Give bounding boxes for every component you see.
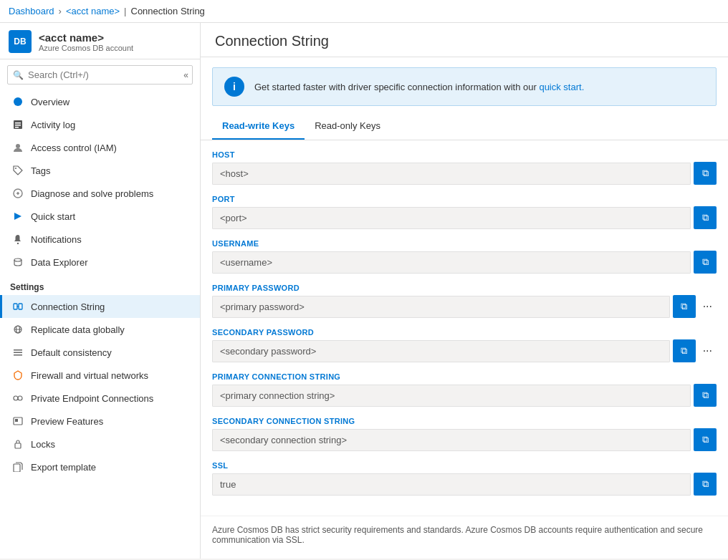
search-input[interactable] (7, 65, 193, 85)
iam-icon (12, 142, 24, 153)
info-icon: i (224, 77, 244, 97)
fields-area: HOST <host> ⧉ PORT <port> ⧉ USERNAME <us… (201, 140, 728, 516)
locks-icon (12, 438, 24, 450)
svg-rect-17 (14, 349, 22, 351)
secondary-connection-string-value: <secondary connection string> (212, 429, 691, 451)
sidebar-item-notifications[interactable]: Notifications (0, 228, 200, 251)
breadcrumb: Dashboard › <acct name> | Connection Str… (0, 0, 728, 23)
sidebar-item-quick-start[interactable]: Quick start (0, 205, 200, 228)
svg-point-10 (14, 259, 21, 261)
search-box[interactable]: 🔍 « (7, 65, 193, 85)
port-value: <port> (212, 207, 691, 229)
field-port-row: <port> ⧉ (212, 206, 717, 229)
copy-primary-password-button[interactable]: ⧉ (673, 295, 696, 318)
svg-point-21 (18, 396, 22, 400)
sidebar-item-preview[interactable]: Preview Features (0, 410, 200, 433)
sidebar-item-firewall[interactable]: Firewall and virtual networks (0, 364, 200, 387)
more-primary-password-button[interactable]: ··· (699, 299, 717, 314)
activity-log-icon (12, 119, 24, 130)
firewall-icon (12, 370, 24, 381)
breadcrumb-sep1: › (59, 6, 62, 16)
sidebar-item-label: Default consistency (31, 347, 112, 358)
field-secondary-connection-string: SECONDARY CONNECTION STRING <secondary c… (212, 417, 717, 451)
field-primary-connection-string-row: <primary connection string> ⧉ (212, 384, 717, 407)
sidebar-item-label: Replicate data globally (31, 324, 125, 335)
tab-read-write[interactable]: Read-write Keys (212, 113, 305, 140)
copy-ssl-button[interactable]: ⧉ (694, 473, 717, 496)
sidebar-item-label: Diagnose and solve problems (31, 188, 153, 199)
svg-point-9 (17, 243, 19, 244)
collapse-icon[interactable]: « (183, 70, 188, 80)
copy-primary-connection-string-button[interactable]: ⧉ (694, 384, 717, 407)
svg-rect-25 (14, 464, 20, 472)
field-secondary-connection-string-row: <secondary connection string> ⧉ (212, 428, 717, 451)
field-username-row: <username> ⧉ (212, 251, 717, 274)
sidebar-item-label: Private Endpoint Connections (31, 393, 153, 404)
ssl-value: true (212, 473, 691, 496)
host-value: <host> (212, 163, 691, 185)
sidebar-item-label: Firewall and virtual networks (31, 370, 148, 381)
svg-rect-23 (15, 419, 18, 422)
db-icon: DB (9, 30, 32, 53)
field-username-label: USERNAME (212, 239, 717, 248)
export-icon (12, 461, 24, 473)
sidebar-item-connection-string[interactable]: Connection String (0, 295, 200, 318)
sidebar-item-label: Locks (31, 439, 55, 450)
sidebar-item-diagnose[interactable]: Diagnose and solve problems (0, 182, 200, 205)
account-name: <acct name> (39, 32, 191, 44)
svg-point-5 (16, 144, 20, 148)
sidebar-item-activity-log[interactable]: Activity log (0, 113, 200, 136)
copy-host-button[interactable]: ⧉ (694, 162, 717, 185)
breadcrumb-current: Connection String (131, 6, 205, 16)
sidebar-item-private-endpoint[interactable]: Private Endpoint Connections (0, 387, 200, 410)
overview-icon (12, 96, 24, 107)
copy-secondary-connection-string-button[interactable]: ⧉ (694, 428, 717, 451)
sidebar-item-tags[interactable]: Tags (0, 159, 200, 182)
sidebar-item-locks[interactable]: Locks (0, 433, 200, 455)
account-info: <acct name> Azure Cosmos DB account (39, 32, 191, 52)
footer-note: Azure Cosmos DB has strict security requ… (201, 516, 728, 554)
field-host-row: <host> ⧉ (212, 162, 717, 185)
sidebar-item-replicate[interactable]: Replicate data globally (0, 318, 200, 341)
breadcrumb-sep2: | (124, 6, 126, 16)
svg-rect-3 (15, 125, 21, 126)
field-ssl-row: true ⧉ (212, 473, 717, 496)
sidebar-item-iam[interactable]: Access control (IAM) (0, 136, 200, 159)
content-header: Connection String (201, 23, 728, 57)
tags-icon (12, 165, 24, 176)
sidebar-item-label: Export template (31, 462, 96, 473)
sidebar-item-data-explorer[interactable]: Data Explorer (0, 251, 200, 274)
quick-start-link[interactable]: quick start. (539, 82, 584, 92)
field-primary-connection-string: PRIMARY CONNECTION STRING <primary conne… (212, 372, 717, 407)
breadcrumb-account[interactable]: <acct name> (66, 6, 120, 16)
field-secondary-connection-string-label: SECONDARY CONNECTION STRING (212, 417, 717, 425)
svg-marker-8 (14, 213, 21, 220)
sidebar-item-label: Data Explorer (31, 257, 87, 268)
copy-username-button[interactable]: ⧉ (694, 251, 717, 274)
sidebar-item-overview[interactable]: Overview (0, 90, 200, 113)
more-secondary-password-button[interactable]: ··· (699, 343, 717, 359)
field-primary-password-row: <primary password> ⧉ ··· (212, 295, 717, 318)
field-secondary-password: SECONDARY PASSWORD <secondary password> … (212, 328, 717, 362)
tabs-bar: Read-write Keys Read-only Keys (201, 113, 728, 140)
sidebar: DB <acct name> Azure Cosmos DB account 🔍… (0, 23, 201, 559)
sidebar-item-label: Overview (31, 97, 70, 107)
breadcrumb-home[interactable]: Dashboard (9, 6, 54, 16)
notifications-icon (12, 233, 24, 245)
tab-read-only[interactable]: Read-only Keys (305, 113, 391, 140)
field-host-label: HOST (212, 150, 717, 159)
search-icon: 🔍 (13, 70, 24, 80)
copy-secondary-password-button[interactable]: ⧉ (673, 339, 696, 362)
sidebar-item-label: Notifications (31, 234, 82, 245)
secondary-password-value: <secondary password> (212, 340, 670, 362)
content-area: Connection String i Get started faster w… (201, 23, 728, 559)
field-port: PORT <port> ⧉ (212, 195, 717, 229)
sidebar-item-default-consistency[interactable]: Default consistency (0, 341, 200, 364)
sidebar-item-label: Preview Features (31, 416, 103, 427)
sidebar-item-export[interactable]: Export template (0, 455, 200, 478)
quick-start-icon (12, 211, 24, 222)
copy-port-button[interactable]: ⧉ (694, 206, 717, 229)
sidebar-nav: Overview Activity log Access control (IA… (0, 90, 200, 559)
svg-rect-11 (14, 304, 17, 309)
field-ssl: SSL true ⧉ (212, 461, 717, 496)
